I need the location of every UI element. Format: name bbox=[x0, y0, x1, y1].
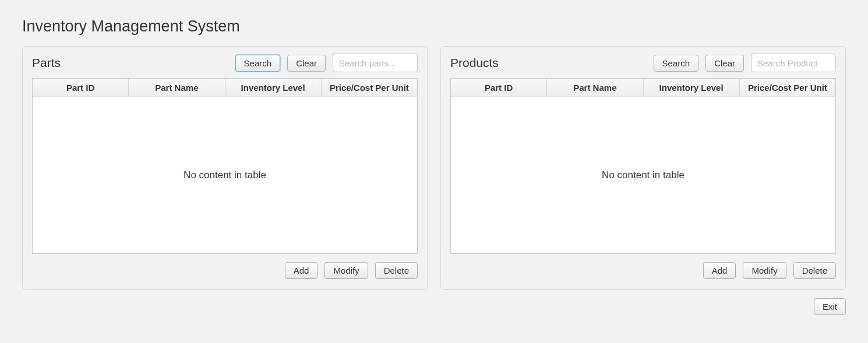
products-table: Part ID Part Name Inventory Level Price/… bbox=[450, 78, 836, 254]
products-empty-message: No content in table bbox=[602, 169, 684, 181]
products-title: Products bbox=[450, 56, 499, 70]
parts-search-input[interactable] bbox=[333, 54, 418, 72]
parts-table: Part ID Part Name Inventory Level Price/… bbox=[32, 78, 418, 254]
parts-panel: Parts Search Clear Part ID Part Name Inv… bbox=[22, 46, 428, 290]
parts-col-part-name[interactable]: Part Name bbox=[129, 79, 225, 97]
products-modify-button[interactable]: Modify bbox=[743, 262, 786, 279]
products-delete-button[interactable]: Delete bbox=[793, 262, 836, 279]
parts-empty-message: No content in table bbox=[184, 169, 266, 181]
parts-clear-button[interactable]: Clear bbox=[287, 55, 326, 72]
parts-search-button[interactable]: Search bbox=[235, 55, 281, 72]
parts-col-part-id[interactable]: Part ID bbox=[33, 79, 129, 97]
exit-button[interactable]: Exit bbox=[814, 298, 846, 315]
products-add-button[interactable]: Add bbox=[703, 262, 736, 279]
parts-modify-button[interactable]: Modify bbox=[324, 262, 368, 279]
products-clear-button[interactable]: Clear bbox=[705, 55, 744, 72]
parts-title: Parts bbox=[32, 56, 61, 70]
products-table-body: No content in table bbox=[451, 97, 835, 253]
products-search-input[interactable] bbox=[751, 54, 836, 72]
products-col-inventory-level[interactable]: Inventory Level bbox=[644, 79, 740, 97]
parts-col-inventory-level[interactable]: Inventory Level bbox=[225, 79, 322, 97]
products-col-part-name[interactable]: Part Name bbox=[547, 79, 643, 97]
products-search-button[interactable]: Search bbox=[654, 55, 699, 72]
parts-table-body: No content in table bbox=[33, 97, 417, 253]
parts-add-button[interactable]: Add bbox=[285, 262, 318, 279]
products-col-price[interactable]: Price/Cost Per Unit bbox=[740, 79, 835, 97]
parts-col-price[interactable]: Price/Cost Per Unit bbox=[322, 79, 417, 97]
products-col-part-id[interactable]: Part ID bbox=[451, 79, 547, 97]
parts-delete-button[interactable]: Delete bbox=[375, 262, 418, 279]
products-panel: Products Search Clear Part ID Part Name … bbox=[440, 46, 846, 290]
page-title: Inventory Management System bbox=[22, 17, 846, 36]
